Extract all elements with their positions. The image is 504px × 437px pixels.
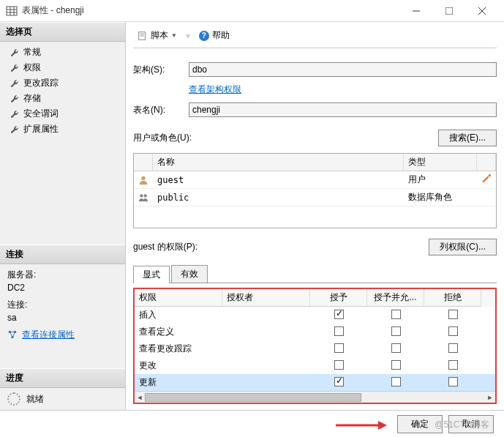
wrench-icon	[10, 79, 19, 88]
wrench-icon	[10, 110, 19, 119]
deny-checkbox[interactable]	[448, 343, 458, 353]
cancel-button[interactable]: 取消	[448, 415, 494, 433]
user-icon	[138, 175, 148, 185]
server-label: 服务器:	[7, 269, 118, 281]
user-name: guest	[153, 173, 404, 187]
nav-list: 常规 权限 更改跟踪 存储 安全谓词 扩展属性	[0, 42, 125, 140]
chevron-down-icon: ▼	[171, 32, 177, 39]
window-title: 表属性 - chengji	[22, 4, 399, 17]
scroll-left-icon[interactable]: ◄	[135, 392, 145, 403]
deny-checkbox[interactable]	[448, 310, 458, 319]
edit-icon[interactable]	[481, 173, 492, 184]
deny-checkbox[interactable]	[448, 360, 458, 370]
nav-item-extended[interactable]: 扩展属性	[0, 122, 125, 137]
tab-explicit[interactable]: 显式	[133, 266, 170, 283]
perm-row[interactable]: 查看定义	[135, 324, 495, 340]
perm-name: 更改	[135, 357, 222, 374]
horizontal-scrollbar[interactable]: ◄ ►	[135, 391, 495, 403]
perm-grantor	[222, 330, 310, 335]
perm-col-grantor[interactable]: 授权者	[222, 289, 310, 307]
grant-checkbox[interactable]	[334, 360, 344, 370]
user-row[interactable]: public 数据库角色	[134, 189, 496, 206]
perm-name: 插入	[135, 307, 222, 324]
table-label: 表名(N):	[133, 104, 184, 116]
withgrant-checkbox[interactable]	[391, 360, 401, 370]
perm-row[interactable]: 查看更改跟踪	[135, 340, 495, 357]
help-label: 帮助	[212, 29, 230, 42]
svg-point-16	[489, 174, 492, 177]
minimize-button[interactable]	[399, 0, 432, 22]
perms-label: guest 的权限(P):	[133, 241, 424, 253]
perm-grantor	[222, 364, 310, 368]
users-label: 用户或角色(U):	[133, 132, 434, 144]
maximize-button[interactable]	[432, 0, 465, 22]
toolbar: 脚本 ▼ ▾ ? 帮助	[133, 28, 497, 48]
conn-label: 连接:	[7, 299, 118, 311]
grant-checkbox[interactable]	[334, 310, 344, 319]
perm-grantor	[222, 313, 310, 318]
svg-point-17	[140, 194, 143, 197]
role-icon	[138, 193, 148, 203]
nav-item-general[interactable]: 常规	[0, 45, 125, 60]
connection-header: 连接	[0, 244, 125, 264]
svg-marker-20	[378, 421, 387, 430]
view-schema-perms-link[interactable]: 查看架构权限	[189, 83, 241, 96]
user-row[interactable]: guest 用户	[134, 171, 496, 189]
perm-grantor	[222, 347, 310, 351]
deny-checkbox[interactable]	[448, 326, 458, 336]
perm-col-permission[interactable]: 权限	[135, 289, 222, 307]
perm-col-withgrant[interactable]: 授予并允...	[367, 289, 424, 307]
help-button[interactable]: ? 帮助	[195, 28, 234, 43]
grant-checkbox[interactable]	[334, 343, 344, 353]
withgrant-checkbox[interactable]	[391, 326, 401, 336]
users-grid: 名称 类型 guest 用户 public 数据库角色	[133, 153, 497, 228]
window-controls	[399, 0, 498, 22]
script-button[interactable]: 脚本 ▼	[133, 28, 181, 43]
permissions-grid: 权限 授权者 授予 授予并允... 拒绝 插入查看定义查看更改跟踪更改更新 ◄ …	[133, 288, 497, 404]
perm-col-deny[interactable]: 拒绝	[424, 289, 481, 307]
col-perms-button[interactable]: 列权限(C)...	[429, 239, 497, 255]
nav-label: 扩展属性	[23, 123, 59, 135]
user-name: public	[153, 190, 404, 205]
perm-row[interactable]: 更新	[135, 374, 495, 391]
svg-point-15	[141, 176, 145, 179]
ok-button[interactable]: 确定	[397, 415, 443, 433]
nav-item-security[interactable]: 安全谓词	[0, 106, 125, 122]
withgrant-checkbox[interactable]	[391, 343, 401, 353]
perm-grantor	[222, 381, 310, 385]
dialog-footer: 确定 取消	[0, 410, 504, 437]
help-icon: ?	[199, 31, 209, 41]
perm-row[interactable]: 更改	[135, 357, 495, 374]
perm-name: 查看定义	[135, 324, 222, 340]
schema-input[interactable]	[189, 62, 497, 77]
search-button[interactable]: 搜索(E)...	[438, 130, 497, 146]
svg-point-18	[143, 194, 146, 197]
withgrant-checkbox[interactable]	[391, 377, 401, 386]
scroll-right-icon[interactable]: ►	[485, 392, 495, 403]
perm-col-grant[interactable]: 授予	[310, 289, 367, 307]
nav-item-changetrack[interactable]: 更改跟踪	[0, 75, 125, 91]
withgrant-checkbox[interactable]	[391, 310, 401, 319]
view-connection-link[interactable]: 查看连接属性	[7, 329, 75, 341]
server-value: DC2	[7, 283, 118, 293]
deny-checkbox[interactable]	[448, 377, 458, 386]
grant-checkbox[interactable]	[334, 326, 344, 336]
user-type: 数据库角色	[404, 189, 477, 206]
nav-item-permissions[interactable]: 权限	[0, 60, 125, 75]
sidebar: 选择页 常规 权限 更改跟踪 存储 安全谓词 扩展属性 连接 服务器: DC2 …	[0, 22, 126, 410]
nav-label: 常规	[23, 46, 41, 59]
nav-item-storage[interactable]: 存储	[0, 91, 125, 106]
table-input[interactable]	[189, 102, 497, 117]
progress-status: 就绪	[26, 393, 44, 406]
grant-checkbox[interactable]	[334, 377, 344, 386]
table-icon	[6, 5, 18, 17]
close-button[interactable]	[465, 0, 498, 22]
perm-row[interactable]: 插入	[135, 307, 495, 324]
wrench-icon	[10, 94, 19, 103]
tab-effective[interactable]: 有效	[171, 265, 208, 283]
titlebar: 表属性 - chengji	[0, 0, 504, 22]
col-name-header[interactable]: 名称	[153, 154, 404, 171]
col-type-header[interactable]: 类型	[404, 154, 477, 171]
script-label: 脚本	[151, 29, 168, 42]
scroll-thumb[interactable]	[145, 393, 361, 402]
